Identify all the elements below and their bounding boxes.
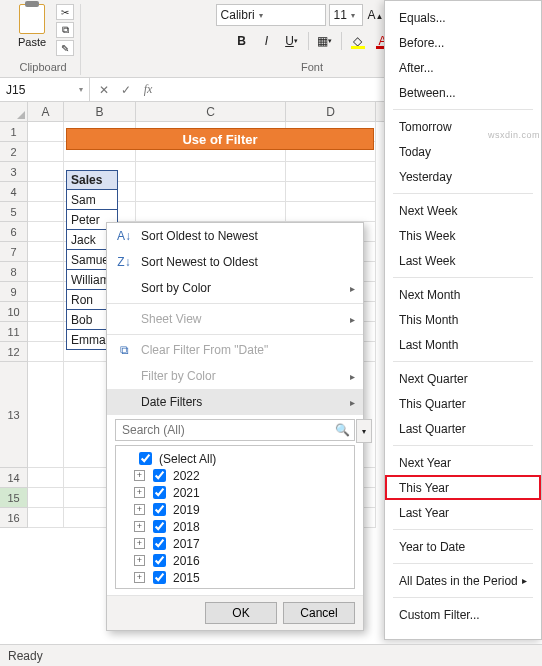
submenu-item[interactable]: Last Year [385, 500, 541, 525]
row-header[interactable]: 9 [0, 282, 28, 302]
row-header[interactable]: 11 [0, 322, 28, 342]
row-header[interactable]: 2 [0, 142, 28, 162]
row-header[interactable]: 8 [0, 262, 28, 282]
submenu-item[interactable]: Between... [385, 80, 541, 105]
title-banner: Use of Filter [66, 128, 374, 150]
chevron-down-icon: ▾ [259, 11, 263, 20]
sort-oldest-newest[interactable]: A↓Sort Oldest to Newest [107, 223, 363, 249]
submenu-item[interactable]: This Quarter [385, 391, 541, 416]
search-dropdown[interactable]: ▾ [356, 419, 372, 443]
autofilter-menu: A↓Sort Oldest to Newest Z↓Sort Newest to… [106, 222, 364, 631]
tree-year[interactable]: +2015 [134, 569, 350, 586]
tree-year[interactable]: +2022 [134, 467, 350, 484]
chevron-right-icon: ▸ [522, 575, 527, 586]
sort-newest-oldest[interactable]: Z↓Sort Newest to Oldest [107, 249, 363, 275]
expand-icon[interactable]: + [134, 572, 145, 583]
sort-desc-icon: Z↓ [115, 255, 133, 269]
expand-icon[interactable]: + [134, 487, 145, 498]
name-box[interactable]: J15▾ [0, 78, 90, 101]
bold-button[interactable]: B [231, 30, 253, 52]
submenu-item[interactable]: Year to Date [385, 534, 541, 559]
expand-icon[interactable]: + [134, 538, 145, 549]
borders-button[interactable]: ▦▾ [314, 30, 336, 52]
enter-formula-button[interactable]: ✓ [116, 83, 136, 97]
row-header[interactable]: 13 [0, 362, 28, 468]
sort-by-color[interactable]: Sort by Color▸ [107, 275, 363, 301]
submenu-item[interactable]: Next Year [385, 450, 541, 475]
col-header[interactable]: C [136, 102, 286, 121]
expand-icon[interactable]: + [134, 521, 145, 532]
fill-color-button[interactable]: ◇ [347, 30, 369, 52]
tree-year[interactable]: +2017 [134, 535, 350, 552]
tree-select-all[interactable]: (Select All) [120, 450, 350, 467]
submenu-item[interactable]: Last Month [385, 332, 541, 357]
italic-button[interactable]: I [256, 30, 278, 52]
row-header[interactable]: 12 [0, 342, 28, 362]
col-header[interactable]: A [28, 102, 64, 121]
sort-asc-icon: A↓ [115, 229, 133, 243]
cancel-button[interactable]: Cancel [283, 602, 355, 624]
submenu-item[interactable]: After... [385, 55, 541, 80]
submenu-item[interactable]: This Week [385, 223, 541, 248]
submenu-item[interactable]: Next Week [385, 198, 541, 223]
row-header[interactable]: 7 [0, 242, 28, 262]
col-header[interactable]: B [64, 102, 136, 121]
submenu-item[interactable]: This Year [385, 475, 541, 500]
chevron-down-icon: ▾ [351, 11, 355, 20]
select-all-corner[interactable] [0, 102, 28, 121]
paste-icon [19, 4, 45, 34]
tree-year[interactable]: +2021 [134, 484, 350, 501]
tree-year[interactable]: +2018 [134, 518, 350, 535]
submenu-item[interactable]: Yesterday [385, 164, 541, 189]
copy-button[interactable]: ⧉ [56, 22, 74, 38]
clipboard-label: Clipboard [12, 59, 74, 73]
underline-button[interactable]: U▾ [281, 30, 303, 52]
date-filters[interactable]: Date Filters▸ [107, 389, 363, 415]
filter-search-input[interactable] [120, 422, 335, 438]
row-header[interactable]: 3 [0, 162, 28, 182]
submenu-item[interactable]: Last Quarter [385, 416, 541, 441]
expand-icon[interactable]: + [134, 470, 145, 481]
search-icon: 🔍 [335, 423, 350, 437]
ok-button[interactable]: OK [205, 602, 277, 624]
font-name-combo[interactable]: Calibri▾ [216, 4, 326, 26]
table-header[interactable]: Sales [66, 170, 118, 190]
font-size-combo[interactable]: 11▾ [329, 4, 363, 26]
submenu-item[interactable]: Next Quarter [385, 366, 541, 391]
submenu-item[interactable]: Next Month [385, 282, 541, 307]
submenu-all-dates-period[interactable]: All Dates in the Period▸ [385, 568, 541, 593]
submenu-item[interactable]: Custom Filter... [385, 602, 541, 627]
increase-font-button[interactable]: A▲ [366, 8, 386, 22]
insert-function-button[interactable]: fx [138, 82, 158, 97]
paste-button[interactable]: Paste [12, 4, 52, 48]
filter-tree[interactable]: (Select All) +2022+2021+2019+2018+2017+2… [115, 445, 355, 589]
expand-icon[interactable]: + [134, 504, 145, 515]
row-header[interactable]: 14 [0, 468, 28, 488]
row-header[interactable]: 16 [0, 508, 28, 528]
chevron-right-icon: ▸ [350, 283, 355, 294]
table-row[interactable]: Sam [66, 190, 118, 210]
filter-search[interactable]: 🔍 ▾ [115, 419, 355, 441]
row-header[interactable]: 10 [0, 302, 28, 322]
submenu-item[interactable]: Today [385, 139, 541, 164]
expand-icon[interactable]: + [134, 555, 145, 566]
row-header[interactable]: 5 [0, 202, 28, 222]
watermark: wsxdin.com [488, 130, 540, 140]
row-header[interactable]: 4 [0, 182, 28, 202]
col-header[interactable]: D [286, 102, 376, 121]
row-header[interactable]: 6 [0, 222, 28, 242]
submenu-item[interactable]: Equals... [385, 5, 541, 30]
format-painter-button[interactable]: ✎ [56, 40, 74, 56]
row-header[interactable]: 1 [0, 122, 28, 142]
cut-button[interactable]: ✂ [56, 4, 74, 20]
cancel-formula-button[interactable]: ✕ [94, 83, 114, 97]
date-filters-submenu: Equals...Before...After...Between...Tomo… [384, 0, 542, 640]
submenu-item[interactable]: Last Week [385, 248, 541, 273]
tree-year[interactable]: +2016 [134, 552, 350, 569]
row-header[interactable]: 15 [0, 488, 28, 508]
clear-filter: ⧉Clear Filter From "Date" [107, 337, 363, 363]
clipboard-group: Paste ✂ ⧉ ✎ Clipboard [6, 4, 81, 75]
tree-year[interactable]: +2019 [134, 501, 350, 518]
submenu-item[interactable]: Before... [385, 30, 541, 55]
submenu-item[interactable]: This Month [385, 307, 541, 332]
